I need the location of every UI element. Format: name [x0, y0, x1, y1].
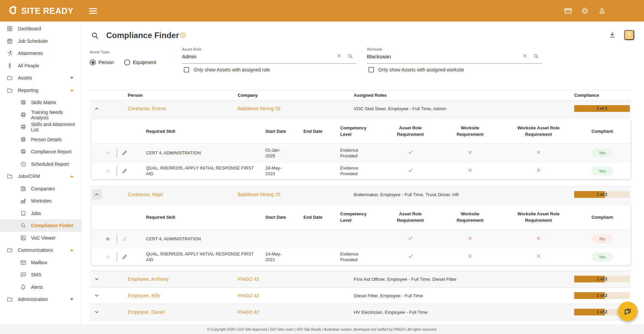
worksite-field[interactable]: Worksite Blackswan: [367, 47, 542, 64]
search-icon: [20, 222, 26, 229]
asset-type-radio-group: Person Equipment: [90, 59, 164, 66]
search-icon[interactable]: [347, 53, 353, 60]
sidebar-item-job-scheduler[interactable]: Job Scheduler: [0, 35, 81, 48]
footer: © Copyright 2025 | GO! Site Approved | G…: [0, 324, 644, 334]
skill-row: CERT 4, ADMINISTRATION 02-Jan-2025 Evide…: [91, 144, 631, 162]
add-attainment-button[interactable]: [101, 234, 115, 244]
edit-pencil-icon[interactable]: [117, 234, 132, 244]
logo-text: SITE READY: [21, 6, 74, 16]
sidebar-item-companies[interactable]: Companies: [0, 183, 81, 195]
sidebar-item-attainments[interactable]: Attainments: [0, 47, 81, 60]
sidebar-item-all-people[interactable]: All People: [0, 60, 81, 72]
asset-role-field[interactable]: Asset Role Admin: [182, 47, 356, 64]
printer-icon: [20, 136, 26, 143]
checkbox[interactable]: [369, 67, 374, 72]
person-link[interactable]: Employee, Billy: [128, 293, 160, 298]
radio-person-label[interactable]: Person: [98, 60, 114, 65]
table-row: Employee, Daniel PIAGO 42 HV Electrician…: [90, 304, 631, 321]
chevron-up-icon: [70, 175, 74, 177]
worksite-req-cross-icon: [437, 168, 503, 174]
only-assigned-worksite-checkbox[interactable]: Only show Assets with assigned worksite: [369, 67, 464, 72]
account-person-icon[interactable]: [597, 6, 606, 15]
sidebar-item-dashboard[interactable]: Dashboard: [0, 23, 81, 35]
sidebar-item-training-needs-analysis[interactable]: Training Needs Analysis: [0, 109, 81, 121]
person-link[interactable]: Employee, Anthony: [128, 276, 169, 282]
sidebar: Dashboard Job Scheduler Attainments: [0, 22, 81, 324]
edit-pencil-icon[interactable]: [117, 148, 132, 158]
required-skill: QUAL, RIIERR205, APPLY INITIAL RESPONSE …: [142, 165, 265, 177]
folder-icon: [7, 87, 13, 93]
edit-pencil-icon[interactable]: [117, 166, 132, 176]
sidebar-item-skills-and-attainment-list[interactable]: Skills and Attainment List: [0, 121, 81, 133]
asset-type-label: Asset Type: [90, 50, 110, 54]
add-attainment-button[interactable]: [101, 148, 115, 158]
radio-equipment[interactable]: [124, 59, 130, 65]
search-icon[interactable]: [533, 53, 539, 60]
sidebar-item-alerts[interactable]: Alerts: [0, 281, 81, 294]
person-link[interactable]: Employee, Daniel: [128, 309, 165, 315]
menu-icon[interactable]: [89, 8, 97, 14]
person-link[interactable]: Contractor, Nigel: [128, 192, 163, 197]
chat-bubbles-icon: [623, 306, 633, 317]
person-link[interactable]: Contractor, Emma: [128, 106, 166, 111]
download-icon[interactable]: [608, 31, 616, 40]
clear-icon[interactable]: [522, 53, 527, 60]
sidebar-item-mailbox[interactable]: Mailbox: [0, 256, 81, 269]
clear-icon[interactable]: [336, 53, 342, 60]
sidebar-item-compliance-finder[interactable]: Compliance Finder: [0, 219, 81, 232]
help-button[interactable]: ?: [624, 30, 634, 40]
company-link[interactable]: PIAGO 42: [238, 309, 259, 315]
company-link[interactable]: Babbleset Mining 25: [238, 106, 281, 111]
chat-fab-button[interactable]: [618, 302, 638, 321]
sidebar-item-jobs-crm[interactable]: Jobs/CRM: [0, 170, 81, 183]
company-link[interactable]: PIAGO 42: [238, 293, 259, 298]
sidebar-item-reporting[interactable]: Reporting: [0, 84, 81, 97]
asset-role-label: Asset Role: [182, 47, 356, 51]
worksite-asset-role-req-cross-icon: [503, 168, 574, 174]
asset-role-value[interactable]: Admin: [182, 54, 356, 59]
compliance-value: 1 of 2: [574, 276, 630, 282]
collapse-row-button[interactable]: [92, 189, 102, 200]
compliance-value: 1 of 2: [574, 292, 630, 299]
col-header-person: Person: [128, 93, 238, 98]
start-date: 02-Jan-2025: [265, 147, 286, 159]
checkbox[interactable]: [184, 67, 189, 72]
printer-icon: [20, 149, 26, 155]
only-assigned-role-checkbox[interactable]: Only show Assets with assigned role: [184, 67, 270, 72]
radio-person[interactable]: [90, 59, 96, 65]
add-attainment-button[interactable]: [101, 252, 115, 262]
info-icon[interactable]: [180, 32, 186, 39]
worksite-asset-role-req-cross-icon: [503, 150, 574, 156]
expand-row-button[interactable]: [92, 291, 102, 301]
settings-gear-icon[interactable]: [581, 6, 589, 15]
sidebar-item-person-details[interactable]: Person Details: [0, 133, 81, 146]
expand-row-button[interactable]: [92, 274, 102, 284]
sidebar-item-voc-viewer[interactable]: VoC Viewer: [0, 232, 81, 244]
assigned-roles: HV Electrician, Employee - Full Time: [354, 310, 574, 315]
sidebar-item-communications[interactable]: Communications: [0, 244, 81, 256]
edit-pencil-icon[interactable]: [117, 252, 132, 262]
competency-level: Evidence Provided: [340, 147, 364, 159]
sidebar-item-assets[interactable]: Assets: [0, 72, 81, 84]
billing-card-icon[interactable]: [564, 6, 573, 15]
expand-row-button[interactable]: [92, 307, 102, 317]
collapse-row-button[interactable]: [92, 103, 102, 114]
sidebar-item-scheduled-report[interactable]: Scheduled Report: [0, 158, 81, 171]
sidebar-item-sms[interactable]: SMS: [0, 269, 81, 281]
sidebar-item-skills-matrix[interactable]: Skills Matrix: [0, 96, 81, 109]
worksite-value[interactable]: Blackswan: [367, 54, 542, 59]
radio-equipment-label[interactable]: Equipment: [133, 60, 156, 65]
company-link[interactable]: Babbleset Mining 25: [238, 192, 281, 197]
sidebar-item-administration[interactable]: Administration: [0, 293, 81, 306]
add-attainment-button[interactable]: [101, 166, 115, 176]
printer-icon: [20, 112, 26, 118]
folder-icon: [7, 247, 13, 253]
compliance-bar: 1 of 2: [574, 292, 630, 299]
sidebar-item-compliance-report[interactable]: Compliance Report: [0, 146, 81, 158]
sidebar-item-worksites[interactable]: Worksites: [0, 195, 81, 207]
company-link[interactable]: PIAGO 42: [238, 276, 259, 282]
competency-level: Evidence Provided: [340, 165, 364, 177]
detail-panel: Required Skill Start Date End Date Compe…: [90, 118, 631, 186]
sidebar-item-jobs[interactable]: Jobs: [0, 207, 81, 220]
start-date: 18-May-2023: [265, 165, 286, 177]
